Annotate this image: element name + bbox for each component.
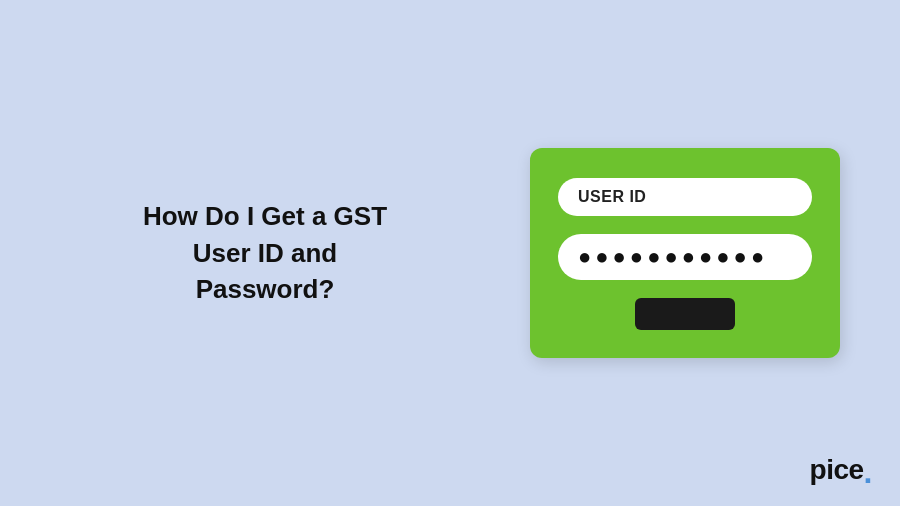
brand-name: pice — [810, 454, 864, 485]
right-section: USER ID ●●●●●●●●●●● — [530, 148, 900, 358]
login-card: USER ID ●●●●●●●●●●● — [530, 148, 840, 358]
left-section: How Do I Get a GST User ID and Password? — [0, 198, 530, 307]
headline: How Do I Get a GST User ID and Password? — [125, 198, 405, 307]
userid-label: USER ID — [578, 188, 646, 205]
headline-text: How Do I Get a GST User ID and Password? — [143, 201, 387, 304]
login-button[interactable] — [635, 298, 735, 330]
password-dots: ●●●●●●●●●●● — [578, 244, 768, 269]
password-field[interactable]: ●●●●●●●●●●● — [558, 234, 812, 280]
pice-logo: pice. — [810, 454, 872, 486]
brand-dot: . — [864, 454, 872, 490]
userid-field[interactable]: USER ID — [558, 178, 812, 216]
